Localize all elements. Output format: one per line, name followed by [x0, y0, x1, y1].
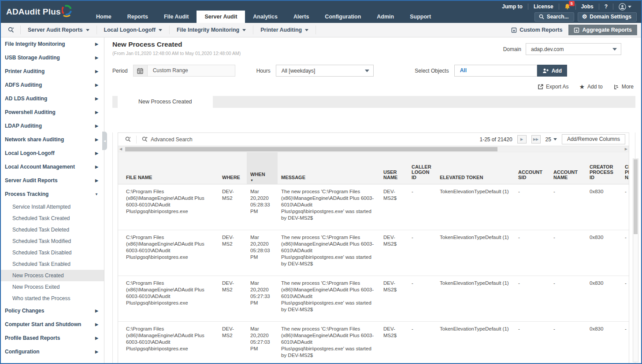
column-header-account-name[interactable]: ACCOUNT NAME [550, 152, 586, 184]
last-page-button[interactable]: ▶▶ [531, 135, 541, 143]
nav-support[interactable]: Support [402, 11, 439, 23]
table-row[interactable]: C:\Program Files (x86)\ManageEngine\ADAu… [118, 276, 629, 322]
license-link[interactable]: License [528, 4, 559, 10]
column-header-user-name[interactable]: USER NAME [380, 152, 408, 184]
sidebar-item-computer-start-and-shutdown[interactable]: Computer Start and Shutdown▶ [1, 318, 104, 331]
column-header-when[interactable]: WHEN▼ [247, 152, 278, 184]
advanced-search-button[interactable]: Advanced Search [137, 136, 193, 143]
column-header-creator-process-id[interactable]: CREATOR PROCESS ID [586, 152, 621, 184]
column-header-where[interactable]: WHERE [219, 152, 247, 184]
nav-file-audit[interactable]: File Audit [156, 11, 197, 23]
sidebar-item-process-tracking[interactable]: Process Tracking▼ [1, 188, 104, 201]
sidebar-item-service-install-attempted[interactable]: Service Install Attempted [1, 201, 104, 213]
search-button[interactable]: Search... [534, 12, 574, 22]
toolbar-dropdown-printer-auditing[interactable]: Printer Auditing [253, 26, 316, 34]
column-header-label: ACCOUNT SID [518, 169, 547, 180]
sidebar-item-label: Service Install Attempted [12, 204, 71, 210]
page-size-select[interactable]: 25 [546, 136, 557, 143]
sidebar-item-label: Scheduled Task Deleted [12, 227, 69, 233]
cell-message: The new process 'C:\Program Files (x86)\… [278, 230, 380, 276]
nav-server-audit[interactable]: Server Audit [197, 11, 245, 23]
nav-home[interactable]: Home [88, 11, 119, 23]
scroll-right-icon[interactable]: ▶ [625, 147, 627, 151]
table-row[interactable]: C:\Program Files (x86)\ManageEngine\ADAu… [118, 322, 629, 363]
sidebar-item-scheduled-task-deleted[interactable]: Scheduled Task Deleted [1, 224, 104, 235]
table-row[interactable]: C:\Program Files (x86)\ManageEngine\ADAu… [118, 184, 629, 230]
sidebar-item-ad-lds-auditing[interactable]: AD LDS Auditing▶ [1, 92, 104, 106]
sidebar-item-policy-changes[interactable]: Policy Changes▶ [1, 304, 104, 318]
scroll-left-icon[interactable]: ◀ [119, 147, 122, 151]
app-logo[interactable]: ADAudit Plus [1, 1, 88, 23]
sidebar-item-ldap-auditing[interactable]: LDAP Auditing▶ [1, 119, 104, 133]
cell-when: Mar 20,2020 05:28:33 PM [247, 184, 278, 230]
toolbar-dropdown-local-logon-logoff[interactable]: Local Logon-Logoff [97, 26, 170, 34]
sidebar-item-adfs-auditing[interactable]: ADFS Auditing▶ [1, 78, 104, 92]
sidebar-item-usb-storage-auditing[interactable]: USB Storage Auditing▶ [1, 51, 104, 65]
horizontal-scroll-thumb[interactable] [125, 147, 497, 151]
sidebar-item-powershell-auditing[interactable]: Powershell Auditing▶ [1, 106, 104, 119]
period-input[interactable]: Custom Range [148, 65, 235, 76]
sidebar-item-label: Scheduled Task Modified [12, 238, 71, 244]
sidebar-item-scheduled-task-modified[interactable]: Scheduled Task Modified [1, 235, 104, 247]
sidebar-item-server-audit-reports[interactable]: Server Audit Reports▶ [1, 174, 104, 188]
select-objects-input[interactable]: All [454, 65, 537, 77]
sidebar-item-configuration[interactable]: Configuration▶ [1, 345, 104, 359]
sidebar-item-profile-based-reports[interactable]: Profile Based Reports▶ [1, 331, 104, 345]
tab-new-process-created[interactable]: New Process Created [118, 96, 213, 108]
notifications-button[interactable]: 5 [559, 4, 576, 10]
sidebar-item-file-integrity-monitoring[interactable]: File Integrity Monitoring▶ [1, 37, 104, 51]
more-button[interactable]: More [613, 83, 634, 90]
toolbar-dropdown-file-integrity-monitoring[interactable]: File Integrity Monitoring [170, 26, 253, 34]
add-to-button[interactable]: ★ Add to [579, 83, 602, 90]
sidebar-item-label: Profile Based Reports [5, 335, 60, 341]
jump-to-link[interactable]: Jump to [497, 4, 528, 10]
add-remove-columns-button[interactable]: Add/Remove Columns [562, 134, 625, 144]
sidebar-item-network-share-auditing[interactable]: Network share Auditing▶ [1, 133, 104, 147]
domain-settings-button[interactable]: ⚙ Domain Settings [578, 12, 637, 22]
column-header-message[interactable]: MESSAGE [278, 152, 380, 184]
help-button[interactable]: ? [599, 4, 613, 10]
column-header-caller-logon-id[interactable]: CALLER LOGON ID [408, 152, 436, 184]
column-header-elevated-token[interactable]: ELEVATED TOKEN [436, 152, 515, 184]
sidebar-item-scheduled-task-created[interactable]: Scheduled Task Created [1, 213, 104, 224]
hours-select[interactable]: All [weekdays] [276, 65, 374, 77]
toolbar-dropdown-server-audit-reports[interactable]: Server Audit Reports [21, 26, 97, 34]
vertical-scroll-thumb[interactable] [634, 159, 638, 234]
export-as-button[interactable]: Export As [538, 83, 568, 90]
report-panel: Advanced Search 1-25 of 21420 ▶ ▶▶ 25 Ad… [112, 132, 635, 363]
table-search-button[interactable] [118, 136, 137, 143]
sidebar-item-local-account-management[interactable]: Local Account Management▶ [1, 160, 104, 174]
chevron-right-icon: ▶ [95, 78, 98, 92]
sidebar-item-scheduled-task-enabled[interactable]: Scheduled Task Enabled [1, 258, 104, 270]
sidebar-collapse-handle[interactable]: ◂ [102, 132, 107, 150]
domain-select[interactable]: adap.dev.com [526, 43, 621, 55]
table-row[interactable]: C:\Program Files (x86)\ManageEngine\ADAu… [118, 230, 629, 276]
nav-alerts[interactable]: Alerts [286, 11, 317, 23]
user-menu[interactable] [613, 3, 637, 11]
nav-analytics[interactable]: Analytics [245, 11, 286, 23]
custom-reports-button[interactable]: Custom Reports [511, 27, 562, 33]
column-header-file-name[interactable]: FILE NAME [118, 152, 219, 184]
calendar-icon[interactable] [134, 65, 148, 76]
sidebar-item-label: LDAP Auditing [5, 123, 42, 129]
aggregate-reports-button[interactable]: Aggregate Reports [568, 25, 637, 35]
chevron-down-icon: ▼ [95, 188, 98, 201]
vertical-scrollbar[interactable] [633, 158, 638, 362]
main-nav: HomeReportsFile AuditServer AuditAnalyti… [88, 1, 439, 23]
add-objects-button[interactable]: Add [537, 65, 567, 77]
horizontal-scrollbar[interactable]: ◀ ▶ [118, 146, 629, 152]
category-search-button[interactable] [1, 26, 21, 34]
sidebar-item-new-process-exited[interactable]: New Process Exited [1, 281, 104, 293]
jobs-link[interactable]: Jobs [576, 4, 599, 10]
nav-configuration[interactable]: Configuration [317, 11, 369, 23]
nav-reports[interactable]: Reports [119, 11, 156, 23]
column-header-account-sid[interactable]: ACCOUNT SID [515, 152, 550, 184]
sidebar-item-scheduled-task-disabled[interactable]: Scheduled Task Disabled [1, 247, 104, 258]
column-header-creator-process-name[interactable]: CREATOR PROCESS NAME [621, 152, 629, 184]
next-page-button[interactable]: ▶ [517, 135, 527, 143]
sidebar-item-who-started-the-process[interactable]: Who started the Process [1, 293, 104, 304]
sidebar-item-local-logon-logoff[interactable]: Local Logon-Logoff▶ [1, 147, 104, 160]
sidebar-item-new-process-created[interactable]: New Process Created [1, 270, 104, 281]
sidebar-item-printer-auditing[interactable]: Printer Auditing▶ [1, 65, 104, 78]
nav-admin[interactable]: Admin [369, 11, 402, 23]
